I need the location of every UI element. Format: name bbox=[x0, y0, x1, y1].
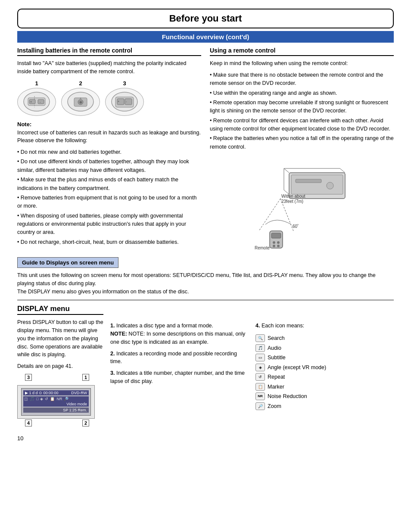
guide-displays-title: Guide to Displays on screen menu bbox=[17, 257, 118, 268]
svg-rect-19 bbox=[291, 175, 343, 194]
screen-time-bar: SP 1:25 Rem. bbox=[23, 408, 89, 413]
display-menu-right: 4. Each icon means: 🔍 Search 🎵 Audio ▭ S… bbox=[255, 305, 394, 426]
page-number: 10 bbox=[17, 435, 394, 442]
remote-diagram: Within about 23feet (7m) 60˚ Remote cont… bbox=[210, 164, 394, 250]
audio-icon-box: 🎵 bbox=[255, 344, 265, 352]
item-1-note-label: NOTE: bbox=[110, 331, 128, 337]
angle-icon-box: ◈ bbox=[255, 364, 265, 371]
guide-displays-section: Guide to Displays on screen menu This un… bbox=[17, 257, 394, 296]
guide-displays-body: This unit uses the following on screen m… bbox=[17, 271, 394, 296]
subtitle-icon-box: ▭ bbox=[255, 354, 265, 361]
installing-batteries-col: Installing batteries in the remote contr… bbox=[17, 47, 201, 250]
step-2-label: 2 bbox=[79, 80, 82, 87]
label-4: 4 bbox=[25, 420, 32, 426]
svg-point-33 bbox=[273, 245, 275, 247]
remote-bullet-2: Use within the operating range and angle… bbox=[210, 89, 394, 97]
item-4-num: 4. bbox=[255, 323, 260, 329]
battery-step-2: 2 ⊕ + bbox=[61, 80, 100, 116]
bottom-labels: 4 2 bbox=[17, 419, 97, 426]
screen-icons-row: ◫🎵□◈↺📋NR🔎 bbox=[23, 396, 89, 401]
svg-text:+: + bbox=[118, 100, 119, 103]
battery-bullets: Do not mix new and old batteries togethe… bbox=[17, 148, 201, 246]
battery-img-1: + - bbox=[17, 88, 56, 116]
numbered-item-3: 3. Indicates a title number, chapter num… bbox=[110, 369, 249, 386]
icon-noise-reduction: NR Noise Reduction bbox=[255, 392, 394, 401]
icon-marker: 📋 Marker bbox=[255, 382, 394, 392]
item-3-num: 3. bbox=[110, 370, 116, 376]
svg-text:23feet (7m): 23feet (7m) bbox=[281, 199, 303, 204]
using-remote-col: Using a remote control Keep in mind the … bbox=[210, 47, 394, 250]
icon-search: 🔍 Search bbox=[255, 333, 394, 343]
zoom-label: Zoom bbox=[268, 401, 281, 411]
item-1-note: NOTE: In some descriptions on this manua… bbox=[110, 331, 245, 345]
marker-label: Marker bbox=[268, 382, 284, 392]
battery-img-3: + - bbox=[105, 88, 144, 116]
svg-text:+: + bbox=[30, 100, 32, 103]
svg-text:⊕: ⊕ bbox=[79, 100, 82, 104]
item-1-num: 1. bbox=[110, 323, 116, 329]
note-body: Incorrect use of batteries can result in… bbox=[17, 129, 201, 145]
page-title-box: Before you start bbox=[17, 9, 394, 28]
svg-line-23 bbox=[340, 168, 345, 173]
label-1: 1 bbox=[82, 374, 89, 381]
step-1-label: 1 bbox=[35, 80, 38, 87]
using-remote-title: Using a remote control bbox=[210, 47, 394, 56]
icon-angle: ◈ Angle (except VR mode) bbox=[255, 363, 394, 373]
zoom-icon-box: 🔎 bbox=[255, 402, 265, 410]
item-2-num: 2. bbox=[110, 351, 116, 357]
numbered-item-1: 1. Indicates a disc type and a format mo… bbox=[110, 322, 249, 346]
svg-line-27 bbox=[259, 199, 280, 231]
icon-zoom: 🔎 Zoom bbox=[255, 401, 394, 411]
page-title: Before you start bbox=[169, 13, 242, 24]
repeat-icon-box: ↺ bbox=[255, 373, 265, 381]
svg-rect-20 bbox=[296, 179, 321, 183]
remote-bullets: Make sure that there is no obstacle betw… bbox=[210, 71, 394, 151]
svg-text:Within about: Within about bbox=[281, 194, 305, 199]
icon-list: 🔍 Search 🎵 Audio ▭ Subtitle ◈ Angle (exc… bbox=[255, 333, 394, 411]
display-screen-wrapper: 3 1 ▶ 1 d d ⊙ 00:00:00 DVD-RW ◫🎵□◈↺📋NR🔎 … bbox=[17, 374, 97, 426]
display-menu-center: 1. Indicates a disc type and a format mo… bbox=[110, 305, 249, 426]
screen-top-right: DVD-RW bbox=[71, 391, 87, 395]
icon-subtitle: ▭ Subtitle bbox=[255, 353, 394, 363]
bullet-6: Do not recharge, short-circuit, heat, bu… bbox=[17, 238, 201, 246]
display-menu-left: DISPLAY menu Press DISPLAY button to cal… bbox=[17, 305, 103, 426]
display-menu-section: DISPLAY menu Press DISPLAY button to cal… bbox=[17, 305, 394, 426]
item-1-text: Indicates a disc type and a format mode. bbox=[116, 323, 213, 329]
svg-point-21 bbox=[327, 182, 333, 189]
installing-batteries-body: Install two "AA" size batteries (supplie… bbox=[17, 59, 201, 76]
icon-repeat: ↺ Repeat bbox=[255, 372, 394, 382]
remote-bullet-5: Replace the batteries when you notice a … bbox=[210, 134, 394, 151]
bullet-3: Make sure that the plus and minus ends o… bbox=[17, 176, 201, 193]
screen-mode-bar: Video mode bbox=[23, 401, 89, 407]
battery-img-2: ⊕ + bbox=[61, 88, 100, 116]
note-label: Note: bbox=[17, 121, 201, 128]
audio-label: Audio bbox=[268, 343, 281, 353]
search-icon-box: 🔍 bbox=[255, 334, 265, 342]
top-labels: 3 1 bbox=[17, 374, 97, 382]
remote-diagram-svg: Within about 23feet (7m) 60˚ Remote cont… bbox=[246, 164, 358, 250]
remote-bullet-4: Remote control for different devices can… bbox=[210, 117, 394, 134]
item-2-text: Indicates a recording mode and possible … bbox=[110, 351, 237, 365]
battery-step-3: 3 + - bbox=[105, 80, 144, 116]
numbered-item-4: 4. Each icon means: bbox=[255, 322, 394, 330]
svg-point-31 bbox=[273, 241, 275, 244]
main-two-col: Installing batteries in the remote contr… bbox=[17, 47, 394, 250]
angle-label: Angle (except VR mode) bbox=[268, 363, 326, 373]
divider bbox=[17, 300, 394, 300]
screen-top-bar: ▶ 1 d d ⊙ 00:00:00 DVD-RW bbox=[23, 390, 89, 395]
display-menu-details: Details are on page 41. bbox=[17, 362, 103, 370]
installing-batteries-title: Installing batteries in the remote contr… bbox=[17, 47, 201, 56]
display-menu-desc: Press DISPLAY button to call up the disp… bbox=[17, 318, 103, 359]
bullet-5: When disposing of used batteries, please… bbox=[17, 212, 201, 237]
svg-text:60˚: 60˚ bbox=[293, 224, 299, 229]
label-3: 3 bbox=[25, 374, 32, 381]
battery-steps: 1 + - 2 bbox=[17, 80, 201, 116]
nr-icon-box: NR bbox=[255, 392, 265, 400]
search-label: Search bbox=[268, 333, 285, 343]
screen-top-left: ▶ 1 d d ⊙ 00:00:00 bbox=[25, 391, 59, 395]
svg-line-22 bbox=[284, 168, 289, 173]
bullet-2: Do not use different kinds of batteries … bbox=[17, 158, 201, 174]
svg-rect-30 bbox=[271, 233, 281, 238]
battery-step-1: 1 + - bbox=[17, 80, 56, 116]
svg-text:Remote: Remote bbox=[255, 246, 270, 250]
